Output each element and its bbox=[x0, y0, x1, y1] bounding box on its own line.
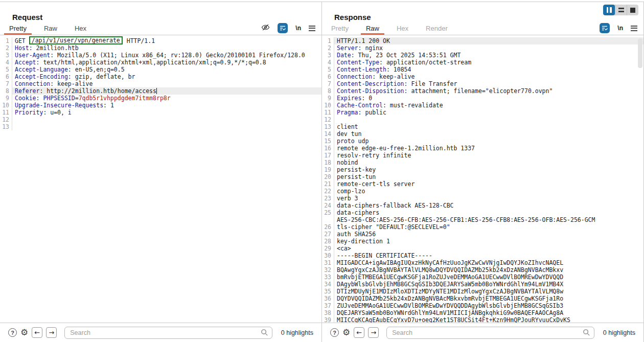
code-line[interactable]: 14dev tun bbox=[322, 130, 643, 138]
code-line[interactable]: 29<ca> bbox=[322, 245, 643, 252]
line-text: User-Agent: Mozilla/5.0 (X11; Linux x86_… bbox=[12, 52, 321, 59]
code-line[interactable]: 12 bbox=[322, 116, 643, 123]
code-line[interactable]: 17resolv-retry infinite bbox=[322, 152, 643, 159]
code-line[interactable]: 18nobind bbox=[322, 159, 643, 166]
code-line[interactable]: 4Content-Type: application/octet-stream bbox=[322, 59, 643, 66]
code-line[interactable]: 7Connection: keep-alive bbox=[0, 80, 321, 87]
word-wrap-icon[interactable] bbox=[600, 23, 610, 33]
code-line[interactable]: 9Cookie: PHPSESSID=7qdb5r1vhppdgdem7itmm… bbox=[0, 95, 321, 102]
hide-matches-icon[interactable] bbox=[261, 23, 270, 34]
split-rows-icon[interactable] bbox=[615, 5, 627, 15]
code-line[interactable]: 1HTTP/1.1 200 OK bbox=[322, 37, 643, 44]
code-line[interactable]: 20persist-tun bbox=[322, 173, 643, 180]
code-line[interactable]: 27auth SHA256 bbox=[322, 231, 643, 238]
code-line[interactable]: 22comp-lzo bbox=[322, 188, 643, 195]
response-editor[interactable]: 1HTTP/1.1 200 OK2Server: nginx3Date: Thu… bbox=[322, 35, 643, 323]
line-text: resolv-retry infinite bbox=[334, 152, 643, 159]
gear-icon[interactable]: ⚙ bbox=[342, 328, 350, 337]
code-line[interactable]: 5Accept-Language: en-US,en;q=0.5 bbox=[0, 66, 321, 73]
code-line[interactable]: 19persist-key bbox=[322, 166, 643, 173]
split-columns-icon[interactable] bbox=[603, 5, 615, 15]
code-line[interactable]: 3User-Agent: Mozilla/5.0 (X11; Linux x86… bbox=[0, 52, 321, 59]
code-line[interactable]: 13 bbox=[0, 123, 321, 130]
code-line[interactable]: AES-256-CBC:AES-256-CFB:AES-256-CFB1:AES… bbox=[322, 216, 643, 223]
menu-icon[interactable] bbox=[631, 26, 637, 31]
code-line[interactable]: 15proto udp bbox=[322, 138, 643, 145]
tab-render[interactable]: Render bbox=[421, 23, 453, 35]
line-number: 39 bbox=[322, 316, 334, 323]
line-number: 21 bbox=[322, 180, 334, 188]
code-line[interactable]: 37ZUJveDEMMAoGA1UECwwDVlBOMREwDwYDVQQDDA… bbox=[322, 302, 643, 309]
help-icon[interactable]: ? bbox=[8, 328, 17, 337]
prev-match-button[interactable]: ← bbox=[354, 327, 364, 338]
request-search-input[interactable] bbox=[64, 327, 272, 339]
line-number: 29 bbox=[322, 245, 334, 252]
gear-icon[interactable]: ⚙ bbox=[20, 328, 28, 337]
code-line[interactable]: 10Upgrade-Insecure-Requests: 1 bbox=[0, 102, 321, 109]
code-line[interactable]: 9Expires: 0 bbox=[322, 95, 643, 102]
tab-hex[interactable]: Hex bbox=[392, 23, 413, 35]
tab-raw[interactable]: Raw bbox=[361, 23, 384, 35]
line-number: 37 bbox=[322, 302, 334, 309]
request-highlights-count: 0 highlights bbox=[281, 329, 313, 336]
tab-hex[interactable]: Hex bbox=[70, 23, 91, 35]
code-line[interactable]: 5Content-Length: 10854 bbox=[322, 66, 643, 73]
newline-icon[interactable]: \n bbox=[295, 25, 301, 32]
code-line[interactable]: 4Accept: text/html,application/xhtml+xml… bbox=[0, 59, 321, 66]
code-line[interactable]: 8Referer: http://2million.htb/home/acces… bbox=[0, 87, 321, 95]
code-line[interactable]: 13client bbox=[322, 123, 643, 130]
code-line[interactable]: 33bmRvbjETMBEGA1UECgwKSGFja1RoZUJveDEMMA… bbox=[322, 273, 643, 281]
code-line[interactable]: 11Priority: u=0, i bbox=[0, 109, 321, 116]
help-icon[interactable]: ? bbox=[330, 328, 339, 337]
code-line[interactable]: 12 bbox=[0, 116, 321, 123]
single-pane-icon[interactable] bbox=[627, 5, 638, 15]
code-line[interactable]: 28key-direction 1 bbox=[322, 238, 643, 245]
tab-raw[interactable]: Raw bbox=[39, 23, 62, 35]
code-line[interactable]: 11Pragma: public bbox=[322, 109, 643, 116]
code-line[interactable]: 35DTIzMDUyNjE1MDIzMloXDTIzMDYyNTE1MDIzMl… bbox=[322, 288, 643, 295]
code-line[interactable]: 30-----BEGIN CERTIFICATE----- bbox=[322, 252, 643, 259]
scrollbar-thumb[interactable] bbox=[638, 38, 642, 68]
tab-pretty[interactable]: Pretty bbox=[326, 23, 354, 35]
word-wrap-icon[interactable] bbox=[278, 23, 288, 33]
line-number: 32 bbox=[322, 266, 334, 273]
code-line[interactable]: 7Content-Description: File Transfer bbox=[322, 80, 643, 87]
line-number: 22 bbox=[322, 188, 334, 195]
code-line[interactable]: 32BQAwgYgxCzAJBgNVBAYTAlVLMQ8wDQYDVQQIDA… bbox=[322, 266, 643, 273]
next-match-button[interactable]: → bbox=[46, 327, 57, 338]
code-line[interactable]: 23verb 3 bbox=[322, 195, 643, 202]
line-text: nobind bbox=[334, 159, 643, 166]
code-line[interactable]: 3Date: Thu, 23 Oct 2025 14:53:51 GMT bbox=[322, 52, 643, 59]
line-text bbox=[334, 116, 643, 123]
http-message-viewer: Request Pretty Raw Hex bbox=[0, 2, 644, 342]
next-match-button[interactable]: → bbox=[368, 327, 379, 338]
line-number: 15 bbox=[322, 138, 334, 145]
code-line[interactable]: 25data-ciphers bbox=[322, 209, 643, 216]
code-line[interactable]: 39MIICCgKCAgEAubECgYxvD7u+oeg2Ket1ST8UCS… bbox=[322, 316, 643, 323]
prev-match-button[interactable]: ← bbox=[32, 327, 42, 338]
code-line[interactable]: 2Server: nginx bbox=[322, 44, 643, 52]
response-search-input[interactable] bbox=[386, 327, 594, 339]
code-line[interactable]: 16remote edge-eu-free-1.2million.htb 133… bbox=[322, 145, 643, 152]
code-line[interactable]: 10Cache-Control: must-revalidate bbox=[322, 102, 643, 109]
code-line[interactable]: 21remote-cert-tls server bbox=[322, 180, 643, 188]
newline-icon[interactable]: \n bbox=[617, 25, 623, 32]
code-line[interactable]: 8Content-Disposition: attachment; filena… bbox=[322, 87, 643, 95]
code-line[interactable]: 2Host: 2million.htb bbox=[0, 44, 321, 52]
tab-pretty[interactable]: Pretty bbox=[4, 23, 32, 35]
code-line[interactable]: 1GET /api/v1/user/vpn/generate HTTP/1.1 bbox=[0, 37, 321, 44]
code-line[interactable]: 24data-ciphers-fallback AES-128-CBC bbox=[322, 202, 643, 209]
code-line[interactable]: 26tls-cipher "DEFAULT:@SECLEVEL=0" bbox=[322, 223, 643, 231]
code-line[interactable]: 6Accept-Encoding: gzip, deflate, br bbox=[0, 73, 321, 80]
code-line[interactable]: 34DAgybWlsbGlvbjEhMB8GCSqGSIb3DQEJARYSaW… bbox=[322, 281, 643, 288]
code-line[interactable]: 6Connection: keep-alive bbox=[322, 73, 643, 80]
code-line[interactable]: 31MIIGADCCA+igAwIBAgIUQxzHkNyCAfHzUuoJgK… bbox=[322, 259, 643, 266]
line-number: 23 bbox=[322, 195, 334, 202]
request-editor[interactable]: 1GET /api/v1/user/vpn/generate HTTP/1.12… bbox=[0, 35, 321, 323]
menu-icon[interactable] bbox=[309, 26, 315, 31]
code-line[interactable]: 38DQEJARYSaW5mb0BoYWNrdGhlYm94LmV1MIICIj… bbox=[322, 309, 643, 316]
code-line[interactable]: 36DQYDVQQIDAZMb25kb24xDzANBgNVBAcMBkxvbm… bbox=[322, 295, 643, 302]
line-number: 8 bbox=[0, 87, 12, 95]
line-text: remote-cert-tls server bbox=[334, 180, 643, 188]
line-text: Accept: text/html,application/xhtml+xml,… bbox=[12, 59, 321, 66]
